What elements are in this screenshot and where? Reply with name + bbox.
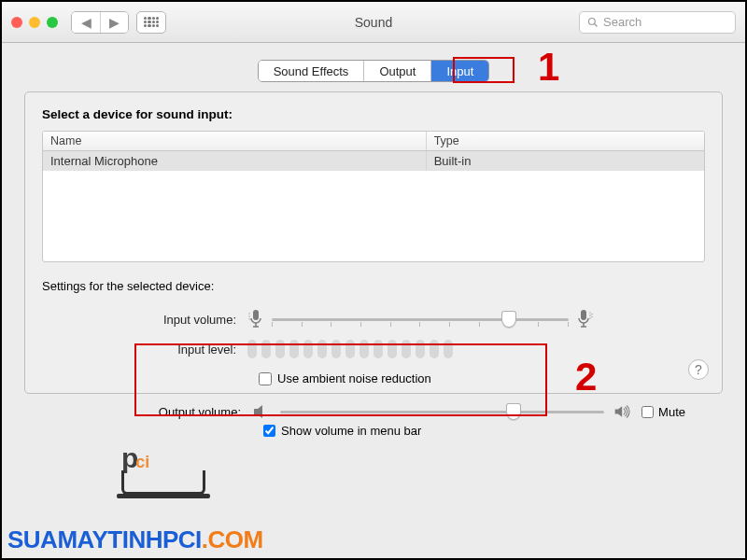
speaker-low-icon <box>252 403 271 420</box>
search-icon <box>587 17 599 28</box>
output-volume-slider[interactable] <box>280 403 604 420</box>
mute-checkbox[interactable] <box>641 406 654 418</box>
output-section: Output volume: Mute Show volume in <box>24 394 723 438</box>
menubar-row: Show volume in menu bar <box>24 424 723 438</box>
minimize-icon[interactable] <box>29 17 40 28</box>
slider-thumb[interactable] <box>506 403 521 420</box>
tabs: Sound Effects Output Input <box>24 60 723 82</box>
zoom-icon[interactable] <box>47 17 58 28</box>
svg-point-5 <box>248 313 250 315</box>
show-all-button[interactable] <box>136 11 166 34</box>
tab-sound-effects[interactable]: Sound Effects <box>259 61 364 81</box>
noise-reduction-label: Use ambient noise reduction <box>277 371 431 385</box>
mute-label: Mute <box>658 405 685 419</box>
search-field[interactable]: Search <box>579 11 736 34</box>
table-body: Internal Microphone Built-in <box>43 151 704 261</box>
device-type: Built-in <box>427 151 704 171</box>
titlebar: ◀ ▶ Sound Search <box>2 2 745 43</box>
svg-rect-2 <box>253 310 259 320</box>
input-level-meter <box>247 340 453 358</box>
close-icon[interactable] <box>11 17 22 28</box>
help-button[interactable]: ? <box>688 359 709 380</box>
watermark-text: SUAMAYTINHPCI.COM <box>7 525 263 554</box>
nav-segment: ◀ ▶ <box>71 11 129 34</box>
slider-thumb[interactable] <box>501 311 516 328</box>
forward-button[interactable]: ▶ <box>100 12 128 33</box>
search-placeholder: Search <box>603 15 641 29</box>
input-level-row: Input level: <box>42 334 705 364</box>
input-panel: Select a device for sound input: Name Ty… <box>24 91 723 394</box>
svg-point-0 <box>589 18 596 24</box>
table-header: Name Type <box>43 132 704 151</box>
col-name[interactable]: Name <box>43 132 427 150</box>
input-volume-label: Input volume: <box>42 313 247 327</box>
mic-low-icon <box>247 308 264 330</box>
window-body: Sound Effects Output Input Select a devi… <box>2 43 745 438</box>
grid-icon <box>144 17 159 28</box>
table-row[interactable]: Internal Microphone Built-in <box>43 151 704 171</box>
select-device-label: Select a device for sound input: <box>42 107 705 121</box>
svg-line-1 <box>595 23 598 26</box>
menubar-label: Show volume in menu bar <box>281 424 421 438</box>
svg-point-14 <box>591 314 593 315</box>
speaker-high-icon <box>613 403 632 420</box>
svg-point-12 <box>589 315 591 316</box>
noise-reduction-checkbox[interactable] <box>259 372 272 385</box>
svg-point-11 <box>589 312 591 314</box>
input-volume-row: Input volume: <box>42 304 705 334</box>
device-name: Internal Microphone <box>43 151 427 171</box>
output-volume-row: Output volume: Mute <box>24 403 723 420</box>
col-type[interactable]: Type <box>427 132 704 150</box>
back-button[interactable]: ◀ <box>72 12 100 33</box>
tab-input[interactable]: Input <box>430 61 488 81</box>
mute-control: Mute <box>641 405 685 419</box>
svg-rect-8 <box>581 310 586 320</box>
window-frame: ◀ ▶ Sound Search Sound Effects Output In… <box>0 0 747 560</box>
mic-high-icon <box>576 308 593 330</box>
menubar-checkbox[interactable] <box>263 425 275 437</box>
svg-point-13 <box>589 317 591 319</box>
svg-point-15 <box>591 316 593 318</box>
noise-reduction-row: Use ambient noise reduction <box>42 371 705 385</box>
window-controls <box>11 17 58 28</box>
tab-segment: Sound Effects Output Input <box>258 60 490 82</box>
watermark-logo: pci <box>121 442 205 495</box>
input-volume-slider[interactable] <box>272 311 569 328</box>
input-level-label: Input level: <box>42 343 247 357</box>
tab-output[interactable]: Output <box>363 61 430 81</box>
settings-label: Settings for the selected device: <box>42 279 705 293</box>
svg-point-6 <box>248 315 250 317</box>
device-table: Name Type Internal Microphone Built-in <box>42 131 705 262</box>
svg-point-7 <box>248 318 250 320</box>
device-settings: Input volume: <box>42 301 705 366</box>
output-volume-label: Output volume: <box>24 405 252 419</box>
